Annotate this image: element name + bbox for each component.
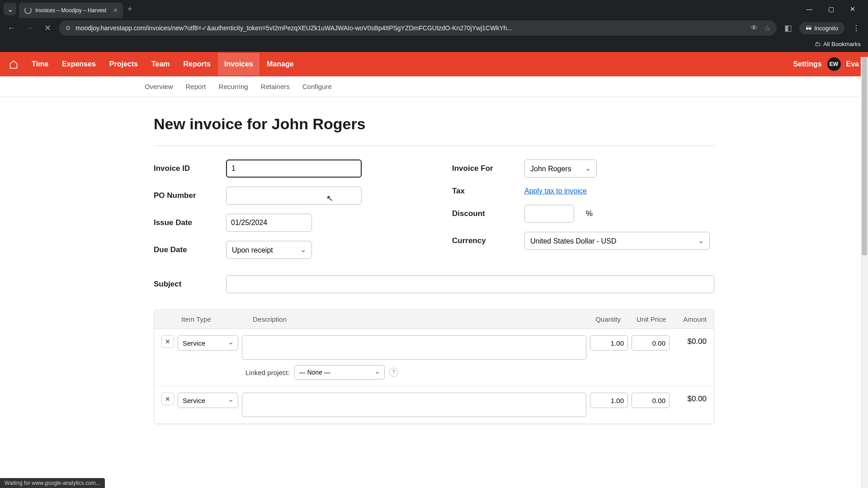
new-tab-button[interactable]: + [127,5,132,14]
home-icon[interactable] [9,60,18,69]
delete-row-button[interactable]: ✕ [161,335,174,348]
issue-date-label: Issue Date [154,218,217,227]
tab-search-button[interactable]: ⌄ [4,3,16,15]
issue-date-input[interactable] [226,214,312,232]
line-items-table: Item Type Description Quantity Unit Pric… [154,310,714,424]
nav-time[interactable]: Time [25,53,55,75]
username[interactable]: Eva [846,60,859,68]
invoice-id-label: Invoice ID [154,164,217,173]
due-date-select[interactable]: Upon receipt [226,241,312,259]
subnav-overview[interactable]: Overview [145,76,173,97]
invoice-for-select[interactable]: John Rogers [524,160,597,178]
subnav-report[interactable]: Report [186,76,206,97]
invoice-for-label: Invoice For [452,164,515,173]
currency-label: Currency [452,236,515,245]
top-nav: Time Expenses Projects Team Reports Invo… [0,52,868,76]
nav-items: Time Expenses Projects Team Reports Invo… [25,53,300,75]
bookmarks-bar: 🗀 All Bookmarks [0,38,868,52]
nav-right: Settings EW Eva [793,57,859,71]
invoice-id-input[interactable] [226,160,362,178]
amount-text: $0.00 [673,335,707,346]
delete-row-button[interactable]: ✕ [161,393,174,405]
nav-expenses[interactable]: Expenses [56,53,102,75]
maximize-button[interactable]: ▢ [825,5,837,13]
stop-reload-button[interactable]: ✕ [41,21,54,35]
close-tab-icon[interactable]: × [113,6,118,14]
currency-select[interactable]: United States Dollar - USD [524,232,710,250]
app-viewport: Time Expenses Projects Team Reports Invo… [0,52,868,483]
subject-input[interactable] [226,275,714,293]
nav-manage[interactable]: Manage [260,53,300,75]
subnav-recurring[interactable]: Recurring [219,76,248,97]
forward-button[interactable]: → [23,21,36,35]
item-type-select[interactable]: Service [178,335,238,351]
all-bookmarks-button[interactable]: 🗀 All Bookmarks [815,41,861,47]
loading-spinner-icon [24,7,32,14]
apply-tax-link[interactable]: Apply tax to invoice [524,187,587,195]
window-controls: — ▢ ✕ [803,5,864,13]
side-panel-button[interactable]: ◧ [781,21,795,35]
close-icon: ✕ [165,338,170,345]
nav-reports[interactable]: Reports [177,53,217,75]
incognito-icon: 🕶 [806,25,811,32]
po-number-input[interactable] [226,187,362,205]
header-quantity: Quantity [576,315,621,323]
minimize-button[interactable]: — [803,5,816,13]
quantity-input[interactable] [590,393,628,408]
description-input[interactable] [242,393,586,417]
tab-title: Invoices – Moodjoy – Harvest [35,7,110,14]
amount-text: $0.00 [673,393,707,404]
nav-projects[interactable]: Projects [103,53,144,75]
browser-tab[interactable]: Invoices – Moodjoy – Harvest × [19,3,123,18]
eye-off-icon[interactable]: 👁 [750,24,758,33]
linked-project-label: Linked project: [245,369,290,376]
help-icon[interactable]: ? [389,368,398,377]
header-amount: Amount [666,315,707,323]
status-bar: Waiting for www.google-analytics.com... [0,478,105,483]
tax-label: Tax [452,187,515,196]
discount-unit: % [586,209,593,218]
back-button[interactable]: ← [5,21,18,35]
url-text: moodjoy.harvestapp.com/invoices/new?utf8… [75,24,746,32]
subnav-retainers[interactable]: Retainers [261,76,290,97]
table-row: ✕ Service $0.00 Linked project: — None —… [154,329,714,386]
item-type-select[interactable]: Service [178,393,238,408]
chevron-down-icon: ⌄ [7,5,13,14]
header-description: Description [249,315,576,323]
nav-team[interactable]: Team [145,53,176,75]
site-settings-icon[interactable]: ⚙ [65,24,71,32]
table-row: ✕ Service $0.00 [154,386,714,424]
nav-invoices[interactable]: Invoices [218,53,259,75]
discount-label: Discount [452,209,515,218]
settings-link[interactable]: Settings [793,60,821,68]
discount-input[interactable] [524,205,574,223]
browser-menu-button[interactable]: ⋮ [849,24,863,33]
url-field[interactable]: ⚙ moodjoy.harvestapp.com/invoices/new?ut… [59,20,777,36]
invoice-form: Invoice ID PO Number Issue Date Due Date… [154,160,714,259]
folder-icon: 🗀 [815,41,821,47]
incognito-badge[interactable]: 🕶 Incognito [799,22,844,34]
header-unit-price: Unit Price [621,315,666,323]
description-input[interactable] [242,335,586,360]
sub-nav: Overview Report Recurring Retainers Conf… [0,76,868,97]
scrollbar-thumb[interactable] [862,57,867,255]
subnav-configure[interactable]: Configure [302,76,332,97]
header-item-type: Item Type [181,315,249,323]
tab-bar: ⌄ Invoices – Moodjoy – Harvest × + — ▢ ✕ [0,0,868,18]
quantity-input[interactable] [590,335,628,351]
unit-price-input[interactable] [632,335,670,351]
subject-label: Subject [154,280,217,289]
unit-price-input[interactable] [632,393,670,408]
linked-project-select[interactable]: — None — [294,365,385,380]
scrollbar[interactable] [861,57,868,483]
browser-chrome: ⌄ Invoices – Moodjoy – Harvest × + — ▢ ✕… [0,0,868,52]
page-title: New invoice for John Rogers [154,115,714,146]
close-window-button[interactable]: ✕ [846,5,859,13]
bookmark-star-icon[interactable]: ☆ [764,24,770,33]
due-date-label: Due Date [154,245,217,254]
close-icon: ✕ [165,395,170,403]
address-bar: ← → ✕ ⚙ moodjoy.harvestapp.com/invoices/… [0,18,868,38]
table-header: Item Type Description Quantity Unit Pric… [154,310,714,329]
avatar[interactable]: EW [827,57,841,71]
page-content: New invoice for John Rogers Invoice ID P… [145,97,723,442]
